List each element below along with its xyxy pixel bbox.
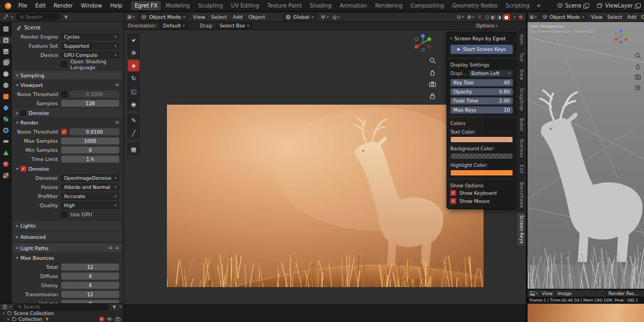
chevron-right-icon[interactable]: ▸: [8, 317, 10, 321]
show-keyboard-checkbox[interactable]: ✓: [450, 190, 456, 196]
passes-dropdown[interactable]: Albedo and Normal▾: [61, 184, 119, 191]
navigation-gizmo[interactable]: [613, 28, 629, 45]
main-3d-viewport[interactable]: ► ⊕ + ↻ ◱ ◉ ✎ ╱ ▦: [124, 30, 526, 304]
workspace-tab-texture-paint[interactable]: Texture Paint: [264, 1, 306, 10]
menu-view[interactable]: View: [590, 14, 603, 20]
properties-search[interactable]: [16, 13, 61, 20]
blender-logo-icon[interactable]: [4, 2, 12, 10]
key-size-slider[interactable]: Key Size40: [450, 79, 513, 86]
vp-denoise-checkbox[interactable]: ✓: [20, 110, 26, 116]
menu-edit[interactable]: Edit: [32, 2, 49, 10]
props-tab-scene-icon[interactable]: [0, 70, 12, 78]
editor-type-button[interactable]: ▾: [530, 291, 538, 296]
rotate-tool-icon[interactable]: ↻: [128, 72, 140, 84]
proportional-edit-toggle[interactable]: ◎▾: [332, 14, 340, 20]
max-samples-field[interactable]: 1000: [61, 137, 119, 144]
diffuse-bounces-field[interactable]: 4: [61, 273, 119, 280]
sidebar-tab-snapdrop[interactable]: SnapDrop: [516, 85, 525, 114]
breadcrumb-scene[interactable]: Scene: [24, 25, 41, 31]
sidebar-tab-nukleos[interactable]: Nukleos: [516, 136, 525, 161]
sampling-viewport-header[interactable]: ▾Viewport ≡: [13, 80, 122, 89]
menu-add[interactable]: Add: [626, 14, 637, 20]
add-cube-tool-icon[interactable]: ▦: [128, 143, 140, 155]
workspace-tab-scripting[interactable]: Scripting: [502, 1, 533, 10]
device-dropdown[interactable]: GPU Compute▾: [61, 52, 119, 58]
render-noise-threshold-field[interactable]: 0.0100: [70, 128, 119, 135]
preset-icon[interactable]: ≡: [115, 120, 119, 125]
filter-active-icon[interactable]: [45, 317, 49, 321]
workspace-tab-compositing[interactable]: Compositing: [407, 1, 448, 10]
collection-checkbox[interactable]: ✓: [99, 317, 104, 321]
workspace-tab-shading[interactable]: Shading: [306, 1, 335, 10]
lock-icon[interactable]: [429, 92, 436, 100]
scale-tool-icon[interactable]: ◱: [128, 85, 140, 97]
props-tab-data-icon[interactable]: [0, 149, 12, 157]
menu-window[interactable]: Window: [77, 2, 106, 10]
props-tab-material-icon[interactable]: [0, 160, 12, 168]
denoise-header[interactable]: ▾ ✓ Denoise: [13, 164, 122, 173]
options-dropdown[interactable]: Options▾: [476, 23, 497, 28]
new-viewlayer-icon[interactable]: [635, 3, 640, 8]
advanced-section-header[interactable]: ▸Advanced: [13, 232, 122, 241]
properties-search-input[interactable]: [26, 14, 57, 20]
props-tab-viewlayer-icon[interactable]: [0, 58, 12, 67]
right-3d-viewport[interactable]: User Perspective (1) Scene Collection | …: [528, 22, 644, 289]
camera-view-icon[interactable]: [429, 80, 436, 88]
xray-toggle[interactable]: ×: [478, 14, 482, 20]
fade-time-slider[interactable]: Fade Time2.00: [450, 97, 513, 105]
max-keys-slider[interactable]: Max Keys10: [450, 106, 513, 114]
workspace-tab-uv-editing[interactable]: UV Editing: [228, 1, 263, 10]
drag-dropdown[interactable]: Select Box▾: [216, 23, 252, 29]
workspace-tab-egret-fx[interactable]: Egret FX: [131, 1, 161, 10]
menu-select[interactable]: Select: [606, 14, 624, 20]
sidebar-tab-edit[interactable]: Edit: [516, 162, 525, 177]
menu-file[interactable]: File: [14, 2, 31, 10]
chevron-down-icon[interactable]: ▾: [119, 305, 121, 309]
text-color-swatch[interactable]: [450, 136, 513, 143]
snap-toggle[interactable]: ▾: [320, 14, 329, 20]
chevron-down-icon[interactable]: ▾: [10, 305, 12, 309]
sidebar-tab-view[interactable]: View: [516, 66, 525, 84]
denoise-checkbox[interactable]: ✓: [20, 166, 26, 172]
menu-add[interactable]: Add: [232, 14, 244, 20]
properties-editor-icon[interactable]: [3, 14, 9, 20]
outliner-row-collection[interactable]: ▸ Collection ✓: [0, 316, 123, 322]
editor-type-button[interactable]: ⊞▾: [530, 14, 537, 20]
lights-section-header[interactable]: ▸Lights: [13, 221, 122, 230]
eye-visibility-icon[interactable]: [106, 317, 113, 321]
outliner-search[interactable]: [14, 304, 110, 310]
vp-samples-field[interactable]: 128: [61, 100, 119, 107]
feature-set-dropdown[interactable]: Supported▾: [61, 42, 119, 49]
camera-view-icon[interactable]: [634, 74, 641, 80]
menu-image[interactable]: Image: [557, 291, 573, 296]
start-screen-keys-button[interactable]: ▶ Start Screen Keys: [450, 45, 513, 54]
sidebar-tab-babel[interactable]: Babel: [516, 115, 525, 135]
props-tab-output-icon[interactable]: [0, 47, 12, 55]
gizmos-toggle[interactable]: ⊙▾: [457, 14, 464, 20]
use-gpu-checkbox[interactable]: ✓: [61, 211, 67, 217]
shading-dropdown-icon[interactable]: ▾: [514, 15, 516, 19]
annotate-tool-icon[interactable]: ✎: [128, 114, 140, 126]
move-tool-icon[interactable]: +: [128, 60, 140, 71]
chevron-down-icon[interactable]: ▾: [3, 311, 5, 316]
menu-render[interactable]: Render: [50, 2, 77, 10]
shading-material-icon[interactable]: ◑: [497, 14, 501, 20]
osl-checkbox[interactable]: ✓: [61, 61, 67, 67]
light-paths-section-header[interactable]: ▾Light Paths ≡≡: [13, 244, 122, 252]
menu-object[interactable]: Object: [247, 14, 266, 20]
new-scene-icon[interactable]: [583, 3, 588, 8]
menu-icon[interactable]: ≡: [115, 245, 119, 251]
total-bounces-field[interactable]: 12: [61, 264, 119, 270]
pan-hand-icon[interactable]: [429, 69, 436, 76]
vp-noise-threshold-checkbox[interactable]: ✓: [61, 91, 67, 97]
display-position-dropdown[interactable]: Bottom Left▾: [469, 70, 513, 77]
props-tab-physics-icon[interactable]: [0, 126, 12, 134]
min-samples-field[interactable]: 0: [61, 147, 119, 153]
preset-icon[interactable]: ≡: [115, 82, 119, 87]
workspace-tab-geometry-nodes[interactable]: Geometry Nodes: [449, 1, 501, 10]
background-color-swatch[interactable]: [450, 153, 513, 159]
shading-rendered-icon[interactable]: ●: [503, 14, 510, 20]
max-bounces-header[interactable]: ▾Max Bounces: [13, 253, 122, 262]
sidebar-tab-tool[interactable]: Tool: [516, 49, 525, 65]
props-tab-object-icon[interactable]: [0, 92, 12, 100]
